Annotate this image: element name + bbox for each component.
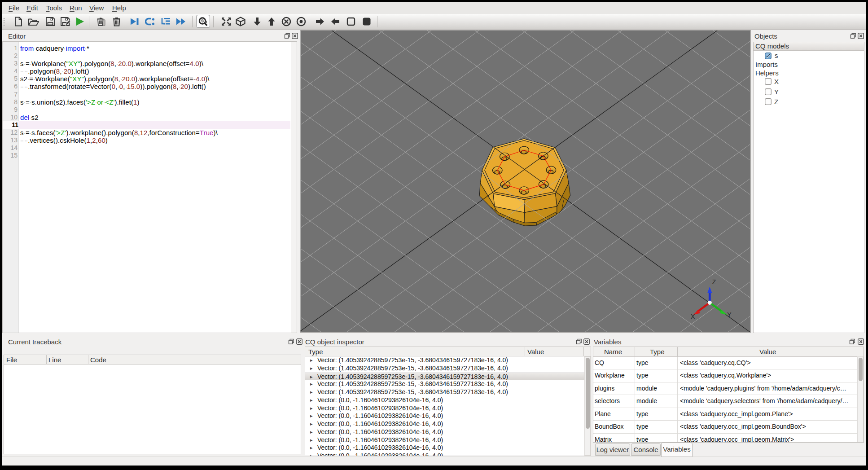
svg-text:Z: Z [712, 278, 716, 286]
svg-text:Y: Y [727, 311, 731, 318]
svg-text:X: X [691, 313, 695, 320]
